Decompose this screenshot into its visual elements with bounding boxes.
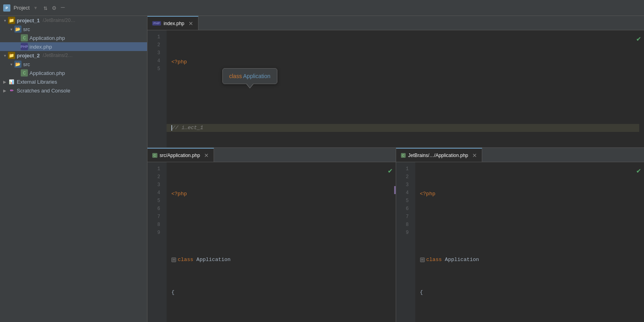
editor-area: PHP index.php ✕ 1 2 3 4 5 <?php <box>147 16 644 322</box>
sidebar-item-app1[interactable]: C Application.php <box>0 33 147 42</box>
tab-src-app[interactable]: C src/Application.php ✕ <box>147 148 214 162</box>
dropdown-arrow[interactable]: ▾ <box>34 5 37 11</box>
top-line-2 <box>171 91 639 99</box>
left-tab-bar: C src/Application.php ✕ <box>147 148 396 162</box>
expand-arrow-scratch: ▶ <box>2 88 8 93</box>
tab-jetbrains-app[interactable]: C JetBrains/…/Application.php ✕ <box>396 148 482 162</box>
sidebar-item-src2[interactable]: ▾ 📂 src <box>0 60 147 69</box>
top-line-numbers: 1 2 3 4 5 <box>147 30 167 147</box>
right-code-content[interactable]: <?php − class Application <box>415 162 644 322</box>
src2-folder-icon: 📂 <box>14 61 22 68</box>
right-line-numbers: 1234 56789 <box>396 162 415 322</box>
left-tab-close[interactable]: ✕ <box>204 152 209 159</box>
right-tab-bar: C JetBrains/…/Application.php ✕ <box>396 148 644 162</box>
r-php-tag: <?php <box>420 190 436 198</box>
l-brace-open: { <box>171 289 175 297</box>
right-code-area[interactable]: 1234 56789 <?php − class <box>396 162 644 322</box>
collapse-icon[interactable]: ⇅ <box>42 4 49 12</box>
left-line-3: − class Application <box>171 256 391 264</box>
src2-label: src <box>23 61 30 67</box>
app1-label: Application.php <box>29 35 65 41</box>
right-line-1: <?php <box>420 190 640 198</box>
expand-arrow-ext: ▶ <box>2 80 8 84</box>
sidebar-item-app2[interactable]: C Application.php <box>0 69 147 77</box>
sidebar-item-project1[interactable]: ▾ 📁 project_1 /JetBrains/20… <box>0 16 147 25</box>
tooltip-class-name: Application <box>243 73 271 79</box>
project-title: P Project ▾ <box>3 4 39 12</box>
top-line-3: // i… ect_1 <box>167 124 639 132</box>
project2-path: /JetBrains/2… <box>41 53 73 58</box>
ln-2: 2 <box>147 41 163 49</box>
ln-5: 5 <box>147 65 163 73</box>
tab-close-index[interactable]: ✕ <box>188 20 193 27</box>
l-class-name: Application <box>196 256 231 264</box>
folder-icon-project2: 📁 <box>8 52 15 59</box>
scratch-label: Scratches and Console <box>17 88 70 94</box>
folder-icon-project1: 📁 <box>8 17 15 24</box>
left-line-numbers: 1234 56789 <box>147 162 167 322</box>
r-brace-open: { <box>420 289 423 297</box>
right-tab-label: JetBrains/…/Application.php <box>408 153 468 158</box>
tooltip-class-kw: class <box>229 73 243 79</box>
left-checkmark: ✔ <box>388 165 393 177</box>
top-code-content[interactable]: <?php // i… ect_1 ( new <box>167 30 644 147</box>
fold-class-right[interactable]: − <box>420 257 425 262</box>
ln-4: 4 <box>147 57 163 65</box>
php-open-tag: <?php <box>171 58 187 67</box>
scratch-icon: ✏ <box>8 87 15 94</box>
top-comment-path: ect_1 <box>188 124 203 132</box>
src1-folder-icon: 📂 <box>14 26 22 33</box>
top-line-1: <?php <box>171 58 639 66</box>
project-label: Project <box>14 5 29 11</box>
sidebar-item-ext[interactable]: ▶ 📊 External Libraries <box>0 77 147 86</box>
right-line-3: − class Application <box>420 256 640 264</box>
tab-index-label: index.php <box>163 21 184 26</box>
project-icon: P <box>3 4 10 12</box>
ln-3: 3 <box>147 49 163 57</box>
titlebar-actions: ⇅ ⚙ — <box>42 4 66 12</box>
r-class-name: Application <box>445 256 479 264</box>
tab-php-icon: PHP <box>152 21 161 26</box>
l-php-tag: <?php <box>171 190 187 198</box>
sidebar-item-src1[interactable]: ▾ 📂 src <box>0 25 147 33</box>
top-editor: PHP index.php ✕ 1 2 3 4 5 <?php <box>147 16 644 147</box>
sidebar-item-scratch[interactable]: ▶ ✏ Scratches and Console <box>0 86 147 95</box>
left-code-content[interactable]: <?php − class Application <box>167 162 396 322</box>
right-line-4: { <box>420 289 640 297</box>
project1-label: project_1 <box>17 18 40 24</box>
app2-icon: C <box>21 69 28 77</box>
top-code-area[interactable]: 1 2 3 4 5 <?php // i… <box>147 30 644 147</box>
left-line-4: { <box>171 289 391 297</box>
right-tab-c-icon: C <box>401 153 406 158</box>
top-checkmark: ✔ <box>636 33 641 45</box>
main-layout: ▾ 📁 project_1 /JetBrains/20… ▾ 📂 src C A… <box>0 16 644 322</box>
ln-1: 1 <box>147 33 163 41</box>
ext-label: External Libraries <box>17 79 57 85</box>
minimize-icon[interactable]: — <box>59 4 67 12</box>
settings-icon[interactable]: ⚙ <box>51 4 58 12</box>
expand-arrow-project2: ▾ <box>2 53 8 58</box>
right-tab-close[interactable]: ✕ <box>472 152 477 159</box>
tooltip-popup: class Application <box>222 68 277 84</box>
r-kw-class: class <box>426 256 442 264</box>
sidebar: ▾ 📁 project_1 /JetBrains/20… ▾ 📂 src C A… <box>0 16 147 322</box>
top-tab-bar: PHP index.php ✕ <box>147 16 644 30</box>
sidebar-item-index[interactable]: PHP index.php <box>0 42 147 51</box>
right-checkmark: ✔ <box>636 165 641 177</box>
top-comment: // i… <box>172 124 188 132</box>
l-kw-class: class <box>178 256 193 264</box>
left-tab-label: src/Application.php <box>160 153 200 158</box>
left-code-area[interactable]: 1234 56789 <?php − class <box>147 162 396 322</box>
index-icon: PHP <box>21 43 28 50</box>
fold-class-left[interactable]: − <box>171 257 176 262</box>
left-line-1: <?php <box>171 190 391 198</box>
expand-arrow-src1: ▾ <box>8 27 14 31</box>
right-line-2 <box>420 223 640 231</box>
tab-index-php[interactable]: PHP index.php ✕ <box>147 16 198 30</box>
sidebar-item-project2[interactable]: ▾ 📁 project_2 /JetBrains/2… <box>0 51 147 60</box>
title-bar: P Project ▾ ⇅ ⚙ — <box>0 0 644 16</box>
app2-label: Application.php <box>29 70 65 76</box>
left-tab-c-icon: C <box>152 153 157 158</box>
right-pane: C JetBrains/…/Application.php ✕ 1234 567… <box>396 148 644 322</box>
expand-arrow-project1: ▾ <box>2 18 8 23</box>
